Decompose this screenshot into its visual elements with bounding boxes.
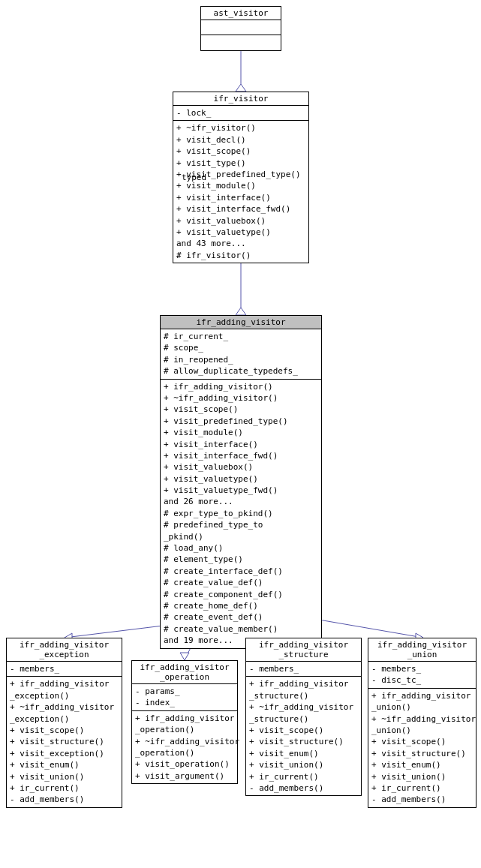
svg-marker-7 (180, 653, 189, 660)
ifr-adding-visitor-union-box: ifr_adding_visitor_union - members_ - di… (368, 638, 476, 808)
svg-marker-3 (236, 308, 246, 315)
ifr-adding-visitor-structure-attrs: - members_ (246, 662, 361, 677)
svg-marker-1 (236, 84, 246, 92)
ifr-visitor-attrs: - lock_ (173, 106, 308, 121)
ifr-adding-visitor-exception-title: ifr_adding_visitor_exception (7, 638, 122, 662)
ast-visitor-section2 (201, 35, 281, 50)
ifr-adding-visitor-box: ifr_adding_visitor # ir_current_ # scope… (160, 315, 322, 649)
diagram-container: ast_visitor ifr_visitor - lock_ + ~ifr_v… (0, 0, 481, 868)
ifr-adding-visitor-attrs: # ir_current_ # scope_ # in_reopened_ # … (161, 329, 321, 380)
ifr-adding-visitor-structure-box: ifr_adding_visitor_structure - members_ … (245, 638, 362, 796)
ifr-adding-visitor-operation-attrs: - params_ - index_ (132, 684, 237, 711)
ifr-adding-visitor-title: ifr_adding_visitor (161, 316, 321, 329)
ast-visitor-section1 (201, 20, 281, 35)
ifr-adding-visitor-exception-box: ifr_adding_visitor_exception - members_ … (6, 638, 122, 808)
ifr-adding-visitor-structure-methods: + ifr_adding_visitor _structure() + ~ifr… (246, 677, 361, 795)
ifr-visitor-title: ifr_visitor (173, 92, 308, 106)
ifr-adding-visitor-methods: + ifr_adding_visitor() + ~ifr_adding_vis… (161, 380, 321, 648)
ifr-adding-visitor-structure-title: ifr_adding_visitor_structure (246, 638, 361, 662)
ifr-adding-visitor-operation-methods: + ifr_adding_visitor _operation() + ~ifr… (132, 711, 237, 783)
typed-label: typed (182, 173, 206, 182)
ast-visitor-box: ast_visitor (200, 6, 281, 51)
ifr-adding-visitor-union-title: ifr_adding_visitor_union (368, 638, 476, 662)
ifr-adding-visitor-union-methods: + ifr_adding_visitor _union() + ~ifr_add… (368, 689, 476, 807)
ifr-adding-visitor-exception-methods: + ifr_adding_visitor _exception() + ~ifr… (7, 677, 122, 806)
ifr-adding-visitor-operation-title: ifr_adding_visitor_operation (132, 661, 237, 684)
ifr-visitor-methods: + ~ifr_visitor() + visit_decl() + visit_… (173, 121, 308, 263)
ifr-adding-visitor-union-attrs: - members_ - disc_tc_ (368, 662, 476, 689)
ifr-adding-visitor-operation-box: ifr_adding_visitor_operation - params_ -… (131, 660, 238, 784)
ifr-adding-visitor-exception-attrs: - members_ (7, 662, 122, 677)
ast-visitor-title: ast_visitor (201, 7, 281, 20)
